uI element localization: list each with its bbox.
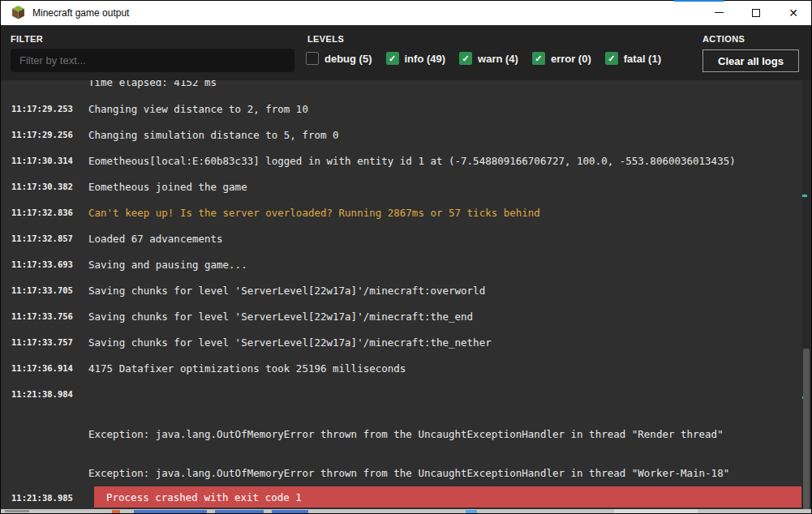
log-timestamp: 11:17:32.836 — [1, 208, 84, 217]
background-fragment — [215, 510, 264, 513]
log-message: Saving chunks for level 'ServerLevel[22w… — [84, 311, 473, 323]
log-message: Can't keep up! Is the server overloaded?… — [84, 207, 540, 219]
clear-all-logs-button[interactable]: Clear all logs — [702, 49, 799, 72]
log-row: 11:21:38.984 — [1, 381, 801, 407]
filter-section-label: FILTER — [11, 34, 43, 44]
levels-row: debug (5) ✓ info (49) ✓ warn (4) ✓ error… — [306, 52, 661, 65]
check-icon: ✓ — [462, 54, 469, 63]
log-message: Time elapsed: 4152 ms — [84, 80, 217, 88]
maximize-button[interactable] — [737, 0, 775, 25]
toolbar-header: FILTER LEVELS debug (5) ✓ info (49) ✓ wa… — [0, 25, 812, 80]
log-row: 11:17:29.256 Changing simulation distanc… — [1, 122, 801, 148]
log-area[interactable]: Time elapsed: 4152 ms 11:17:29.253 Chang… — [1, 80, 811, 509]
log-timestamp: 11:17:36.914 — [1, 363, 84, 373]
log-message: Saving chunks for level 'ServerLevel[22w… — [84, 336, 492, 349]
maximize-icon — [752, 9, 760, 17]
background-fragment — [614, 509, 698, 514]
check-icon: ✓ — [389, 54, 396, 63]
background-fragment — [272, 510, 308, 513]
log-timestamp: 11:17:30.314 — [1, 156, 84, 165]
level-toggle-warn[interactable]: ✓ warn (4) — [459, 52, 518, 65]
log-row: 11:17:30.382 Eometheous joined the game — [1, 173, 801, 199]
log-message: Saving and pausing game... — [84, 259, 247, 271]
log-row-warn: 11:17:32.836 Can't keep up! Is the serve… — [1, 199, 801, 225]
log-row: 11:17:32.857 Loaded 67 advancements — [1, 225, 801, 251]
log-row-exception: Exception: java.lang.OutOfMemoryError th… — [1, 421, 801, 447]
log-message: Changing view distance to 2, from 10 — [84, 103, 308, 115]
log-message: Eometheous[local:E:60b83c33] logged in w… — [84, 155, 736, 167]
level-toggle-debug[interactable]: debug (5) — [306, 52, 372, 65]
check-icon: ✓ — [535, 54, 542, 63]
fatal-checkbox[interactable]: ✓ — [605, 52, 618, 65]
scrollbar-thumb[interactable] — [803, 349, 810, 509]
error-label: error (0) — [551, 53, 591, 65]
check-icon: ✓ — [608, 54, 615, 63]
debug-label: debug (5) — [324, 53, 372, 65]
log-message: Loaded 67 advancements — [84, 233, 223, 245]
log-timestamp: 11:21:38.985 — [1, 493, 84, 503]
log-message: Exception: java.lang.OutOfMemoryError th… — [84, 428, 724, 440]
info-label: info (49) — [405, 53, 446, 65]
background-fragment — [134, 510, 207, 513]
log-timestamp: 11:17:33.693 — [1, 259, 84, 269]
log-row: 11:17:30.314 Eometheous[local:E:60b83c33… — [1, 148, 801, 173]
log-row: Time elapsed: 4152 ms — [1, 80, 801, 95]
window-controls: ✕ — [700, 0, 812, 25]
actions-section-label: ACTIONS — [702, 34, 745, 44]
log-timestamp: 11:17:29.253 — [1, 104, 84, 114]
log-message: Process crashed with exit code 1 — [94, 491, 302, 503]
close-button[interactable]: ✕ — [775, 0, 812, 25]
levels-section-label: LEVELS — [307, 34, 344, 44]
scrollbar-track[interactable] — [802, 80, 811, 509]
log-timestamp: 11:17:32.857 — [1, 233, 84, 243]
error-checkbox[interactable]: ✓ — [532, 52, 545, 65]
log-row: 11:17:33.693 Saving and pausing game... — [1, 251, 801, 277]
window-title: Minecraft game output — [32, 7, 129, 19]
log-message: Eometheous joined the game — [84, 181, 247, 193]
grass-block-icon — [11, 6, 25, 19]
warn-label: warn (4) — [478, 53, 518, 65]
close-icon: ✕ — [788, 7, 798, 19]
minimize-icon — [715, 12, 724, 13]
level-toggle-error[interactable]: ✓ error (0) — [532, 52, 591, 65]
log-row: 11:17:36.914 4175 Datafixer optimization… — [1, 355, 801, 381]
background-fragment — [5, 510, 29, 512]
log-row: 11:17:33.756 Saving chunks for level 'Se… — [1, 303, 801, 329]
log-timestamp: 11:17:33.756 — [1, 311, 84, 321]
minecraft-game-output-window: Minecraft game output ✕ FILTER LEVELS de… — [0, 0, 812, 514]
log-row-exception: Exception: java.lang.OutOfMemoryError th… — [1, 460, 801, 486]
minimize-button[interactable] — [700, 0, 737, 25]
log-timestamp: 11:21:38.984 — [1, 389, 84, 399]
log-timestamp: 11:17:30.382 — [1, 182, 84, 191]
debug-checkbox[interactable] — [306, 52, 319, 65]
log-row: 11:17:29.253 Changing view distance to 2… — [1, 96, 801, 122]
log-row-fatal: 11:21:38.985 Process crashed with exit c… — [1, 486, 811, 509]
log-timestamp: 11:17:29.256 — [1, 130, 84, 139]
log-timestamp: 11:17:33.705 — [1, 285, 84, 295]
background-desktop-sliver — [0, 509, 812, 514]
log-message: Exception: java.lang.OutOfMemoryError th… — [84, 467, 729, 479]
log-row: 11:17:33.757 Saving chunks for level 'Se… — [1, 329, 801, 355]
log-message: Saving chunks for level 'ServerLevel[22w… — [84, 285, 485, 297]
warn-checkbox[interactable]: ✓ — [459, 52, 472, 65]
background-fragment — [112, 510, 120, 514]
level-toggle-info[interactable]: ✓ info (49) — [386, 52, 446, 65]
info-checkbox[interactable]: ✓ — [386, 52, 399, 65]
log-timestamp: 11:17:33.757 — [1, 337, 84, 347]
scrollbar-annotation-mark — [802, 195, 807, 197]
background-window-sliver — [674, 0, 724, 2]
titlebar[interactable]: Minecraft game output ✕ — [0, 0, 812, 25]
background-fragment — [466, 510, 477, 514]
fatal-label: fatal (1) — [624, 53, 661, 65]
filter-input[interactable] — [11, 49, 294, 72]
level-toggle-fatal[interactable]: ✓ fatal (1) — [605, 52, 661, 65]
log-row: 11:17:33.705 Saving chunks for level 'Se… — [1, 277, 801, 303]
log-message: Changing simulation distance to 5, from … — [84, 129, 339, 141]
fatal-highlight-band: Process crashed with exit code 1 — [94, 486, 801, 508]
log-message: 4175 Datafixer optimizations took 25196 … — [84, 362, 406, 375]
